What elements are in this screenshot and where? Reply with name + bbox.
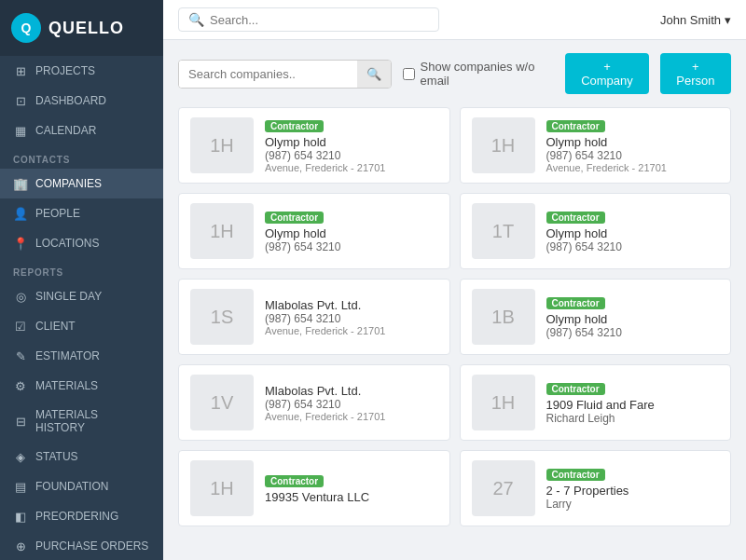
company-thumb: 1H: [190, 460, 254, 516]
company-address: Avenue, Frederick - 21701: [265, 162, 438, 173]
company-tag: Contractor: [265, 475, 324, 487]
search-icon: 🔍: [188, 12, 204, 27]
company-thumb: 1H: [472, 375, 535, 430]
company-tag: Contractor: [546, 383, 605, 395]
company-name: Olymp hold: [546, 312, 720, 326]
sidebar-item-client[interactable]: ☑ CLIENT: [0, 311, 163, 341]
company-info: Contractor 1909 Fluid and Fare Richard L…: [546, 381, 720, 425]
sidebar-item-dashboard[interactable]: ⊡ DASHBOARD: [0, 86, 163, 116]
company-tag: Contractor: [546, 120, 605, 132]
global-search-wrap[interactable]: 🔍: [178, 7, 439, 32]
user-name: John Smith: [660, 13, 721, 27]
company-info: Mlabolas Pvt. Ltd. (987) 654 3210 Avenue…: [265, 298, 438, 336]
company-tag: Contractor: [546, 212, 605, 224]
company-search-input[interactable]: [179, 61, 357, 88]
purchase-orders-icon: ⊕: [13, 539, 28, 553]
sidebar-item-preordering[interactable]: ◧ PREORDERING: [0, 501, 163, 531]
company-name: Olymp hold: [265, 135, 438, 149]
company-card[interactable]: 1S Mlabolas Pvt. Ltd. (987) 654 3210 Ave…: [178, 279, 450, 355]
sidebar-item-materials-history[interactable]: ⊟ MATERIALS HISTORY: [0, 401, 163, 442]
logo-text: QUELLO: [48, 19, 124, 38]
single-day-icon: ◎: [13, 289, 28, 304]
company-search-wrap[interactable]: 🔍: [178, 60, 392, 89]
companies-grid: 1H Contractor Olymp hold (987) 654 3210 …: [178, 107, 731, 526]
company-phone: Richard Leigh: [546, 412, 720, 425]
company-phone: Larry: [546, 498, 720, 511]
company-phone: (987) 654 3210: [265, 149, 438, 162]
company-card[interactable]: 1H Contractor Olymp hold (987) 654 3210 …: [178, 107, 450, 184]
company-card[interactable]: 1H Contractor Olymp hold (987) 654 3210: [178, 193, 450, 269]
main-content: 🔍 John Smith ▾ 🔍 Show companies w/o emai…: [163, 0, 746, 560]
grid-icon: ⊞: [13, 63, 28, 78]
company-thumb: 1S: [190, 289, 254, 345]
add-person-button[interactable]: + Person: [660, 53, 731, 94]
sidebar-item-calendar[interactable]: ▦ CALENDAR: [0, 116, 163, 145]
company-thumb: 27: [472, 460, 535, 516]
company-phone: (987) 654 3210: [546, 326, 720, 339]
company-info: Contractor Olymp hold (987) 654 3210: [546, 295, 720, 339]
global-search-input[interactable]: [210, 13, 429, 27]
company-info: Mlabolas Pvt. Ltd. (987) 654 3210 Avenue…: [265, 384, 438, 422]
company-thumb: 1B: [472, 289, 535, 345]
show-email-checkbox-label[interactable]: Show companies w/o email: [403, 60, 555, 88]
company-tag: Contractor: [265, 212, 324, 224]
company-name: 2 - 7 Properties: [546, 484, 720, 498]
contacts-section-label: CONTACTS: [0, 145, 163, 169]
chevron-down-icon: ▾: [725, 13, 731, 27]
company-thumb: 1H: [190, 203, 254, 259]
company-card[interactable]: 27 Contractor 2 - 7 Properties Larry: [460, 450, 732, 526]
company-name: Olymp hold: [265, 226, 438, 240]
logo-area[interactable]: Q QUELLO: [0, 0, 163, 56]
topbar: 🔍 John Smith ▾: [163, 0, 746, 40]
sidebar-item-single-day[interactable]: ◎ SINGLE DAY: [0, 281, 163, 311]
user-menu[interactable]: John Smith ▾: [660, 13, 731, 27]
reports-section-label: REPORTS: [0, 258, 163, 281]
company-thumb: 1V: [190, 375, 254, 430]
company-name: Olymp hold: [546, 135, 720, 149]
sidebar-item-locations[interactable]: 📍 LOCATIONS: [0, 228, 163, 258]
company-info: Contractor Olymp hold (987) 654 3210: [265, 210, 438, 253]
company-card[interactable]: 1H Contractor 1909 Fluid and Fare Richar…: [460, 364, 732, 441]
preordering-icon: ◧: [13, 509, 28, 524]
materials-icon: ⚙: [13, 378, 28, 393]
dashboard-icon: ⊡: [13, 93, 28, 108]
filter-bar: 🔍 Show companies w/o email + Company + P…: [178, 53, 731, 94]
company-thumb: 1H: [472, 117, 535, 173]
company-thumb: 1H: [190, 117, 254, 173]
company-card[interactable]: 1V Mlabolas Pvt. Ltd. (987) 654 3210 Ave…: [178, 364, 450, 441]
company-name: Mlabolas Pvt. Ltd.: [265, 298, 438, 312]
materials-history-icon: ⊟: [13, 414, 28, 429]
company-info: Contractor 2 - 7 Properties Larry: [546, 467, 720, 511]
client-icon: ☑: [13, 319, 28, 334]
sidebar-item-materials[interactable]: ⚙ MATERIALS: [0, 371, 163, 401]
company-card[interactable]: 1H Contractor 19935 Ventura LLC: [178, 450, 450, 526]
status-icon: ◈: [13, 449, 28, 464]
company-card[interactable]: 1T Contractor Olymp hold (987) 654 3210: [460, 193, 732, 269]
location-icon: 📍: [13, 236, 28, 251]
company-info: Contractor Olymp hold (987) 654 3210 Ave…: [265, 118, 438, 173]
company-info: Contractor Olymp hold (987) 654 3210: [546, 210, 720, 253]
company-card[interactable]: 1B Contractor Olymp hold (987) 654 3210: [460, 279, 732, 355]
sidebar-item-status[interactable]: ◈ STATUS: [0, 442, 163, 471]
people-icon: 👤: [13, 206, 28, 221]
company-info: Contractor Olymp hold (987) 654 3210 Ave…: [546, 118, 720, 173]
sidebar-item-people[interactable]: 👤 PEOPLE: [0, 198, 163, 228]
sidebar-item-purchase-orders[interactable]: ⊕ PURCHASE ORDERS: [0, 531, 163, 560]
main-nav: ⊞ PROJECTS ⊡ DASHBOARD ▦ CALENDAR: [0, 56, 163, 145]
sidebar-item-foundation[interactable]: ▤ FOUNDATION: [0, 471, 163, 501]
company-card[interactable]: 1H Contractor Olymp hold (987) 654 3210 …: [460, 107, 732, 184]
company-phone: (987) 654 3210: [546, 149, 720, 162]
show-email-checkbox[interactable]: [403, 68, 415, 80]
company-address: Avenue, Frederick - 21701: [265, 411, 438, 422]
sidebar-item-projects[interactable]: ⊞ PROJECTS: [0, 56, 163, 86]
sidebar-item-companies[interactable]: 🏢 COMPANIES: [0, 169, 163, 198]
sidebar-item-estimator[interactable]: ✎ ESTIMATOR: [0, 341, 163, 371]
company-phone: (987) 654 3210: [546, 240, 720, 253]
add-company-button[interactable]: + Company: [565, 53, 649, 94]
company-name: Olymp hold: [546, 226, 720, 240]
company-name: 1909 Fluid and Fare: [546, 398, 720, 412]
foundation-icon: ▤: [13, 479, 28, 494]
company-search-button[interactable]: 🔍: [357, 61, 391, 88]
logo-icon: Q: [11, 13, 41, 43]
company-thumb: 1T: [472, 203, 535, 259]
